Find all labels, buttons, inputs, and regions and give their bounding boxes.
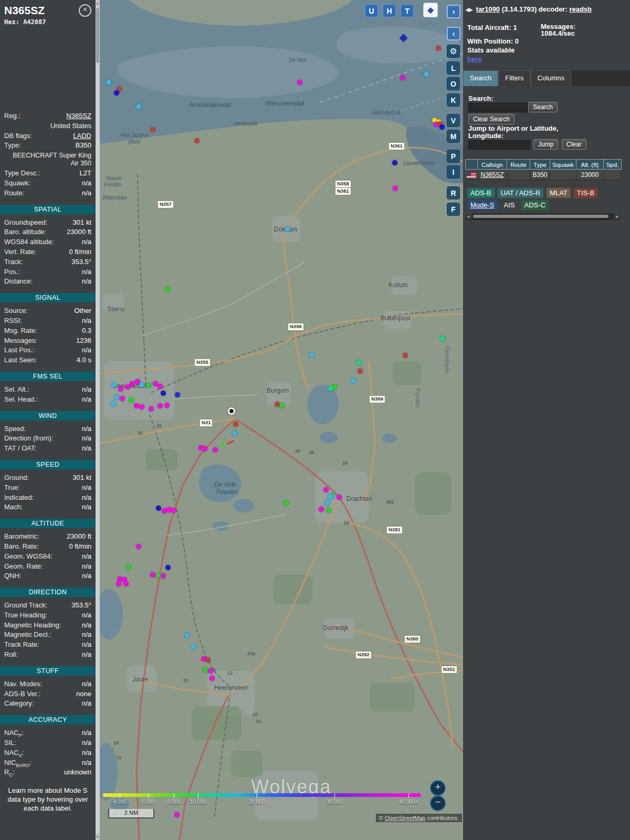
aircraft-dot[interactable] [440, 336, 445, 341]
cell-callsign[interactable]: N365SZ [478, 170, 507, 180]
map-btn-track-labels-button[interactable]: K [447, 93, 460, 107]
aircraft-dot[interactable] [309, 352, 314, 358]
aircraft-dot[interactable] [285, 226, 290, 232]
openstreetmap-link[interactable]: OpenStreetMap [385, 815, 426, 821]
aircraft-dot[interactable] [120, 396, 125, 401]
filter-chip-mode-s[interactable]: Mode-S [467, 200, 498, 210]
search-button[interactable]: Search [528, 102, 558, 112]
aircraft-dot[interactable] [208, 668, 213, 674]
column-header[interactable] [465, 159, 478, 170]
left-panel-scrollbar[interactable]: ▲ ▼ [96, 0, 100, 840]
aircraft-dot[interactable] [351, 378, 356, 383]
map[interactable]: AmelanderwadWierumerwadEilanderbultDe Ho… [100, 0, 463, 840]
aircraft-dot[interactable] [194, 138, 200, 143]
aircraft-dot[interactable] [279, 403, 285, 408]
column-header[interactable]: Callsign [478, 159, 507, 170]
aircraft-dot[interactable] [149, 406, 154, 412]
aircraft-dot[interactable] [123, 581, 129, 586]
aircraft-dot[interactable] [191, 644, 196, 649]
column-header[interactable]: Squawk [550, 159, 576, 170]
zoom-out-button[interactable]: − [430, 795, 446, 811]
aircraft-dot[interactable] [323, 487, 329, 492]
map-btn-labels-button[interactable]: L [447, 61, 460, 75]
tab-filters[interactable]: Filters [498, 70, 530, 86]
aircraft-dot[interactable] [161, 573, 166, 579]
jump-button[interactable]: Jump [533, 139, 558, 150]
map-btn-layer-picker-button[interactable]: ◆ [423, 3, 438, 17]
jump-input[interactable] [468, 140, 530, 150]
aircraft-table-row[interactable]: N365SZB35023000 [465, 170, 622, 180]
map-btn-military-filter-button[interactable]: M [447, 130, 460, 143]
aircraft-dot[interactable] [111, 401, 116, 406]
zoom-in-button[interactable]: + [430, 780, 446, 796]
aircraft-dot[interactable] [424, 71, 429, 77]
aircraft-dot[interactable] [139, 382, 144, 387]
map-btn-expand-panel-button[interactable]: › [447, 5, 460, 18]
aircraft-dot[interactable] [114, 90, 119, 96]
aircraft-dot[interactable] [130, 381, 135, 386]
aircraft-dot[interactable] [233, 422, 238, 427]
sidebar-collapse-icon[interactable]: ◀▶ [465, 6, 472, 13]
aircraft-dot[interactable] [136, 544, 141, 549]
clear-search-button[interactable]: Clear Search [468, 114, 514, 124]
aircraft-dot[interactable] [213, 447, 218, 453]
aircraft-dot[interactable] [175, 392, 180, 397]
filter-chip-ais[interactable]: AIS [501, 200, 518, 210]
map-btn-pause-button[interactable]: P [447, 150, 460, 163]
aircraft-dot[interactable] [136, 104, 141, 109]
aircraft-dot[interactable] [326, 508, 331, 513]
map-btn-collapse-panel-button[interactable]: ‹ [447, 27, 460, 40]
aircraft-dot[interactable] [165, 565, 171, 570]
aircraft-dot[interactable] [328, 494, 333, 499]
aircraft-dot[interactable] [111, 382, 117, 387]
aircraft-dot[interactable] [209, 676, 215, 681]
aircraft-dot[interactable] [436, 46, 441, 51]
map-btn-reset-button[interactable]: R [447, 186, 460, 200]
aircraft-dot[interactable] [392, 160, 397, 165]
aircraft-dot[interactable] [161, 391, 166, 396]
tab-search[interactable]: Search [463, 70, 498, 86]
aircraft-dot[interactable] [156, 506, 161, 511]
filter-chip-uat-ads-r[interactable]: UAT / ADS-R [498, 188, 543, 198]
hscroll-thumb[interactable] [473, 215, 608, 218]
close-icon[interactable]: ✕ [79, 4, 91, 17]
aircraft-dot[interactable] [139, 404, 144, 410]
jump-clear-button[interactable]: Clear [562, 139, 586, 150]
column-header[interactable]: Type [530, 159, 550, 170]
decoder-link[interactable]: readsb [569, 5, 592, 13]
aircraft-dot[interactable] [126, 564, 131, 570]
aircraft-dot[interactable] [125, 384, 130, 390]
hscroll-right-arrow[interactable]: ▸ [614, 213, 621, 219]
map-btn-toggle-h-button[interactable]: H [383, 4, 396, 17]
detail-value-link[interactable]: LADD [73, 131, 91, 141]
map-btn-isolate-button[interactable]: I [447, 165, 460, 178]
filter-chip-ads-b[interactable]: ADS-B [467, 188, 495, 198]
aircraft-dot[interactable] [358, 369, 363, 374]
aircraft-dot[interactable] [114, 394, 119, 400]
map-btn-multiselect-button[interactable]: V [447, 114, 460, 127]
aircraft-dot[interactable] [134, 403, 139, 408]
app-title-link[interactable]: tar1090 [476, 5, 500, 13]
scrollbar-thumb[interactable] [96, 8, 99, 63]
aircraft-dot[interactable] [356, 360, 362, 365]
column-header[interactable]: Route [507, 159, 530, 170]
column-header[interactable]: Alt. (ft) [576, 159, 604, 170]
hscroll-left-arrow[interactable]: ◂ [465, 213, 472, 219]
aircraft-dot[interactable] [284, 500, 289, 506]
scrollbar-down-arrow[interactable]: ▼ [96, 834, 100, 840]
aircraft-dot[interactable] [129, 397, 134, 403]
aircraft-dot[interactable] [202, 446, 207, 452]
aircraft-dot[interactable] [174, 812, 180, 817]
aircraft-dot[interactable] [158, 384, 163, 389]
aircraft-dot[interactable] [146, 383, 151, 388]
map-btn-follow-button[interactable]: F [447, 203, 460, 216]
aircraft-dot[interactable] [205, 657, 211, 663]
aircraft-dot[interactable] [116, 581, 121, 586]
filter-chip-ads-c[interactable]: ADS-C [521, 200, 549, 210]
aircraft-dot[interactable] [297, 80, 302, 85]
aircraft-dot[interactable] [337, 495, 342, 500]
detail-value-link[interactable]: N365SZ [66, 111, 91, 121]
aircraft-dot[interactable] [393, 186, 398, 191]
aircraft-dot[interactable] [106, 80, 111, 85]
aircraft-dot[interactable] [319, 507, 324, 512]
